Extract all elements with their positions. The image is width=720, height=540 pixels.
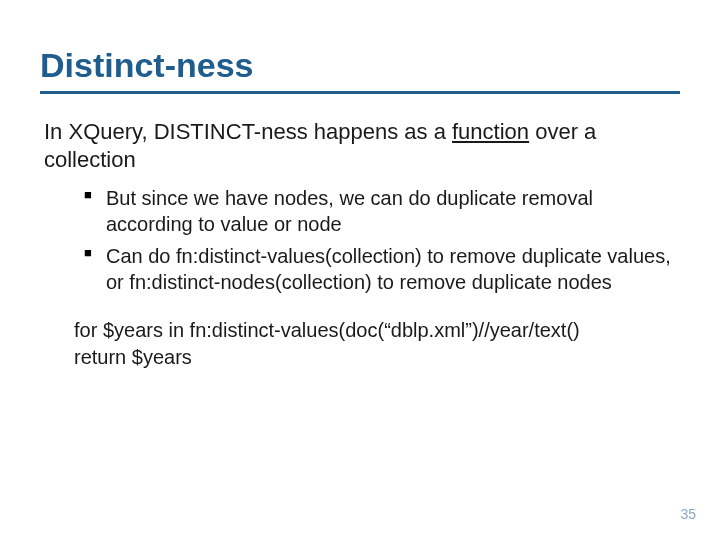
slide-title: Distinct-ness (40, 46, 680, 85)
lead-prefix: In XQuery, DISTINCT-ness happens as a (44, 119, 452, 144)
slide: Distinct-ness In XQuery, DISTINCT-ness h… (0, 0, 720, 540)
list-item: Can do fn:distinct-values(collection) to… (84, 243, 680, 295)
lead-underlined: function (452, 119, 529, 144)
bullet-list: But since we have nodes, we can do dupli… (40, 185, 680, 295)
list-item: But since we have nodes, we can do dupli… (84, 185, 680, 237)
title-underline (40, 91, 680, 94)
lead-text: In XQuery, DISTINCT-ness happens as a fu… (40, 118, 680, 173)
code-example: for $years in fn:distinct-values(doc(“db… (40, 317, 680, 371)
page-number: 35 (680, 506, 696, 522)
code-line: for $years in fn:distinct-values(doc(“db… (74, 317, 680, 344)
code-line: return $years (74, 344, 680, 371)
